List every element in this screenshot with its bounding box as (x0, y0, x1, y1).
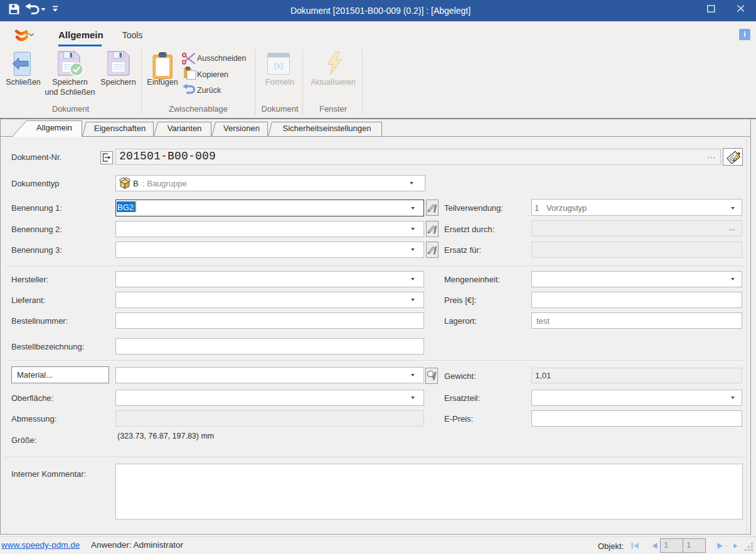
svg-text:(x): (x) (274, 61, 283, 70)
